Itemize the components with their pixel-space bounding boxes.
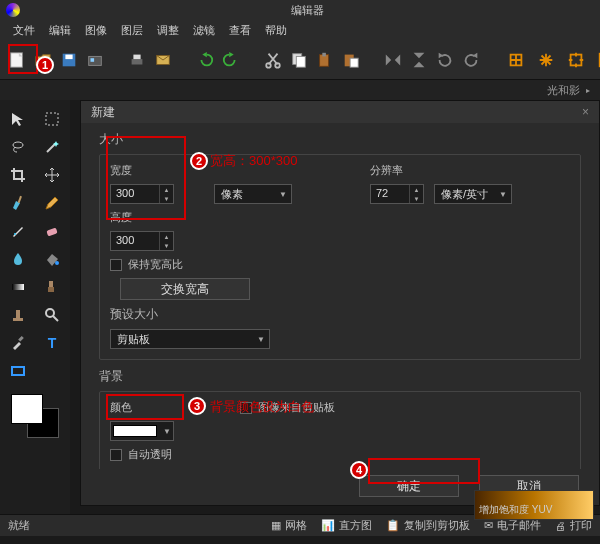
lasso-tool[interactable] xyxy=(6,136,30,158)
pen-tool[interactable] xyxy=(6,220,30,242)
crop-grid-icon[interactable] xyxy=(594,48,600,72)
wand-tool[interactable] xyxy=(40,136,64,158)
new-file-button[interactable] xyxy=(8,48,26,72)
swap-button[interactable]: 交换宽高 xyxy=(120,278,250,300)
from-clip-checkbox[interactable]: 图像来自剪贴板 xyxy=(240,400,335,415)
new-file-dialog: 新建 × 大小 宽度 300 xyxy=(80,100,600,506)
canvas-icon[interactable] xyxy=(564,48,588,72)
svg-marker-20 xyxy=(395,54,400,65)
preset-select[interactable]: 剪贴板▼ xyxy=(110,329,270,349)
zoom-tool[interactable] xyxy=(40,304,64,326)
annot-1: 1 xyxy=(36,56,54,74)
annot-4: 4 xyxy=(350,461,368,479)
menu-view[interactable]: 查看 xyxy=(222,20,258,41)
size-group-title: 大小 xyxy=(99,131,581,148)
pointer-tool[interactable] xyxy=(6,108,30,130)
svg-rect-3 xyxy=(65,54,72,59)
menu-bar: 文件 编辑 图像 图层 调整 滤镜 查看 帮助 xyxy=(0,20,600,40)
auto-trans-checkbox[interactable]: 自动透明 xyxy=(110,447,172,462)
res-label: 分辨率 xyxy=(370,163,403,178)
width-unit-select[interactable]: 像素▼ xyxy=(214,184,292,204)
pencil-tool[interactable] xyxy=(40,192,64,214)
svg-marker-24 xyxy=(473,52,478,57)
print-button[interactable] xyxy=(128,48,146,72)
svg-rect-41 xyxy=(12,367,24,375)
svg-rect-18 xyxy=(350,58,358,67)
res-input[interactable]: 72 ▲▼ xyxy=(370,184,424,204)
keep-ratio-checkbox[interactable]: 保持宽高比 xyxy=(110,257,183,272)
height-input[interactable]: 300 ▲▼ xyxy=(110,231,174,251)
yuv-label: 增加饱和度 YUV xyxy=(474,490,594,520)
stamp-tool[interactable] xyxy=(6,304,30,326)
svg-rect-30 xyxy=(18,196,22,203)
gradient-tool[interactable] xyxy=(6,276,30,298)
svg-point-39 xyxy=(46,309,54,317)
svg-rect-37 xyxy=(13,318,23,321)
svg-rect-7 xyxy=(133,54,140,59)
menu-file[interactable]: 文件 xyxy=(6,20,42,41)
status-print[interactable]: 🖨 打印 xyxy=(555,518,592,533)
rotate-cw-icon[interactable] xyxy=(462,48,480,72)
rotate-ccw-icon[interactable] xyxy=(436,48,454,72)
eyedropper-tool[interactable] xyxy=(6,332,30,354)
svg-marker-21 xyxy=(414,52,425,57)
menu-adjust[interactable]: 调整 xyxy=(150,20,186,41)
ok-button[interactable]: 确定 xyxy=(359,475,459,497)
brush-tool[interactable] xyxy=(6,192,30,214)
save-button[interactable] xyxy=(60,48,78,72)
text-tool[interactable]: T xyxy=(40,332,64,354)
bucket-tool[interactable] xyxy=(40,248,64,270)
menu-edit[interactable]: 编辑 xyxy=(42,20,78,41)
menu-help[interactable]: 帮助 xyxy=(258,20,294,41)
width-input[interactable]: 300 ▲▼ xyxy=(110,184,174,204)
status-ready: 就绪 xyxy=(8,518,30,533)
svg-point-31 xyxy=(14,233,16,235)
move-tool[interactable] xyxy=(40,164,64,186)
paste-button[interactable] xyxy=(316,48,334,72)
res-unit-select[interactable]: 像素/英寸▼ xyxy=(434,184,512,204)
undo-button[interactable] xyxy=(196,48,214,72)
dialog-title: 新建 xyxy=(91,104,115,121)
svg-marker-23 xyxy=(439,52,444,57)
svg-point-33 xyxy=(55,261,59,265)
status-grid[interactable]: ▦ 网格 xyxy=(271,518,307,533)
panel-tab[interactable]: 光和影 xyxy=(547,83,580,98)
window-title: 编辑器 xyxy=(291,3,324,18)
flip-h-icon[interactable] xyxy=(384,48,402,72)
svg-rect-36 xyxy=(48,287,54,292)
status-copy[interactable]: 📋 复制到剪切板 xyxy=(386,518,470,533)
toolbox: T xyxy=(0,100,70,514)
menu-layer[interactable]: 图层 xyxy=(114,20,150,41)
resize-icon[interactable] xyxy=(534,48,558,72)
email-button[interactable] xyxy=(154,48,172,72)
svg-rect-40 xyxy=(18,336,24,342)
marquee-tool[interactable] xyxy=(40,108,64,130)
menu-image[interactable]: 图像 xyxy=(78,20,114,41)
annot-3: 3 xyxy=(188,397,206,415)
bg-group-title: 背景 xyxy=(99,368,581,385)
redo-button[interactable] xyxy=(222,48,240,72)
bgcolor-select[interactable]: ▼ xyxy=(110,421,174,441)
cut-button[interactable] xyxy=(264,48,282,72)
acquire-button[interactable] xyxy=(86,48,104,72)
svg-rect-14 xyxy=(296,56,305,67)
status-email[interactable]: ✉ 电子邮件 xyxy=(484,518,541,533)
color-swatch[interactable] xyxy=(11,394,59,438)
menu-filter[interactable]: 滤镜 xyxy=(186,20,222,41)
blur-tool[interactable] xyxy=(6,248,30,270)
crop-tool[interactable] xyxy=(6,164,30,186)
status-histogram[interactable]: 📊 直方图 xyxy=(321,518,372,533)
dialog-close-icon[interactable]: × xyxy=(582,105,589,119)
paste-new-button[interactable] xyxy=(342,48,360,72)
eraser-tool[interactable] xyxy=(40,220,64,242)
flip-v-icon[interactable] xyxy=(410,48,428,72)
svg-rect-6 xyxy=(132,59,143,64)
grid-icon[interactable] xyxy=(504,48,528,72)
svg-point-11 xyxy=(266,63,271,68)
panel-caret-icon[interactable]: ▸ xyxy=(586,86,590,95)
clone-tool[interactable] xyxy=(40,276,64,298)
copy-button[interactable] xyxy=(290,48,308,72)
shape-tool[interactable] xyxy=(6,360,30,382)
svg-rect-38 xyxy=(16,310,20,318)
main-toolbar xyxy=(0,40,600,80)
